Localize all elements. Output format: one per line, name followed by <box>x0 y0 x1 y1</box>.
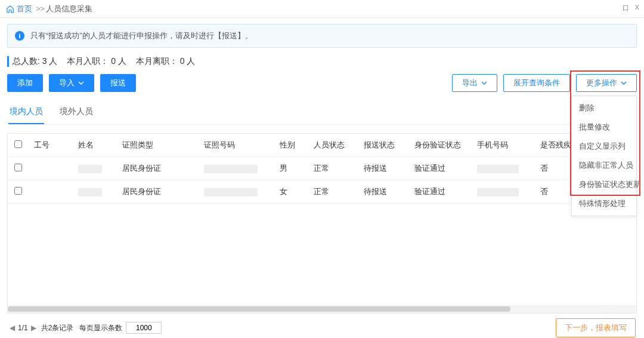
row-checkbox[interactable] <box>14 164 22 171</box>
menu-item-hide-abnormal[interactable]: 隐藏非正常人员 <box>572 156 636 175</box>
cell-name <box>73 157 117 180</box>
menu-item-custom-columns[interactable]: 自定义显示列 <box>572 137 636 156</box>
window-restore-icon[interactable]: 口 <box>623 4 629 13</box>
col-header: 工号 <box>29 134 73 157</box>
expand-filter-label: 展开查询条件 <box>513 78 560 88</box>
info-banner-text: 只有“报送成功”的人员才能进行申报操作，请及时进行【报送】。 <box>30 30 253 41</box>
stats-left-label: 本月离职： <box>136 56 178 66</box>
more-operations-menu: 删除 批量修改 自定义显示列 隐藏非正常人员 身份验证状态更新 特殊情形处理 <box>571 96 637 216</box>
tabs: 境内人员 境外人员 <box>7 102 637 125</box>
expand-filter-button[interactable]: 展开查询条件 <box>503 74 570 92</box>
breadcrumb-current: 人员信息采集 <box>46 4 92 14</box>
col-header: 报送状态 <box>359 134 409 157</box>
export-button-label: 导出 <box>462 78 478 88</box>
col-header: 身份验证状态 <box>410 134 473 157</box>
col-header: 姓名 <box>73 134 117 157</box>
import-button-label: 导入 <box>59 78 75 88</box>
page-size-input[interactable] <box>126 322 162 334</box>
tab-domestic-label: 境内人员 <box>10 106 43 116</box>
cell-id-no <box>199 180 275 204</box>
cell-id-type: 居民身份证 <box>117 157 199 180</box>
redacted-value <box>78 188 102 196</box>
window-close-icon[interactable]: X <box>635 4 639 13</box>
tab-foreign[interactable]: 境外人员 <box>58 102 94 124</box>
col-header: 人员状态 <box>309 134 359 157</box>
add-button[interactable]: 添加 <box>7 74 43 92</box>
table-row[interactable]: 居民身份证 女 正常 待报送 验证通过 否 否 <box>8 180 636 204</box>
submit-button[interactable]: 报送 <box>100 74 136 92</box>
col-header: 证照类型 <box>117 134 199 157</box>
cell-empno <box>29 157 73 180</box>
stats-total-value: 3 人 <box>42 56 58 66</box>
info-banner: i 只有“报送成功”的人员才能进行申报操作，请及时进行【报送】。 <box>7 24 637 48</box>
footer-row: ◀ 1/1 ▶ 共2条记录 每页显示条数 下一步，报表填写 <box>7 314 637 338</box>
redacted-value <box>204 188 258 196</box>
row-checkbox[interactable] <box>14 187 22 195</box>
stats-row: 总人数: 3 人 本月入职： 0 人 本月离职： 0 人 <box>7 56 637 67</box>
page-next-icon[interactable]: ▶ <box>30 323 38 333</box>
table-row[interactable]: 居民身份证 男 正常 待报送 验证通过 否 否 <box>8 157 636 180</box>
cell-id-type: 居民身份证 <box>117 180 199 204</box>
info-icon: i <box>15 31 24 41</box>
scrollbar-thumb[interactable] <box>8 306 510 312</box>
import-button[interactable]: 导入 <box>49 74 94 92</box>
redacted-value <box>477 165 519 173</box>
chevron-down-icon <box>78 79 84 88</box>
cell-empno <box>29 180 73 204</box>
stats-joined-label: 本月入职： <box>67 56 109 66</box>
export-button[interactable]: 导出 <box>452 74 497 92</box>
stats-joined-value: 0 人 <box>111 56 126 66</box>
redacted-value <box>78 165 102 173</box>
breadcrumb-sep: >> <box>36 4 45 13</box>
cell-name <box>73 180 117 204</box>
stats-left-value: 0 人 <box>180 56 196 66</box>
page-size-label: 每页显示条数 <box>79 323 122 333</box>
col-header: 手机号码 <box>472 134 535 157</box>
col-header: 证照号码 <box>199 134 275 157</box>
submit-button-label: 报送 <box>110 78 126 88</box>
menu-item-delete[interactable]: 删除 <box>572 99 636 118</box>
cell-id-no <box>199 157 275 180</box>
cell-status: 正常 <box>309 180 359 204</box>
cell-gender: 女 <box>275 180 309 204</box>
cell-report: 待报送 <box>359 180 409 204</box>
chevron-down-icon <box>621 79 627 88</box>
more-operations-label: 更多操作 <box>586 78 617 88</box>
cell-report: 待报送 <box>359 157 409 180</box>
menu-item-batch-edit[interactable]: 批量修改 <box>572 118 636 137</box>
cell-status: 正常 <box>309 157 359 180</box>
window-controls: 口 X <box>623 4 639 13</box>
tab-domestic[interactable]: 境内人员 <box>8 102 44 124</box>
cell-verify: 验证通过 <box>410 157 473 180</box>
table-header-row: 工号 姓名 证照类型 证照号码 性别 人员状态 报送状态 身份验证状态 手机号码… <box>8 134 636 157</box>
menu-item-special-case[interactable]: 特殊情形处理 <box>572 194 636 213</box>
actions-row: 添加 导入 报送 导出 展开查询条件 更多操作 <box>7 74 637 92</box>
col-header: 性别 <box>275 134 309 157</box>
redacted-value <box>477 188 519 196</box>
breadcrumb-home[interactable]: 首页 <box>17 4 32 14</box>
redacted-value <box>204 165 258 173</box>
stats-total-label: 总人数: <box>13 56 40 66</box>
cell-gender: 男 <box>275 157 309 180</box>
cell-verify: 验证通过 <box>410 180 473 204</box>
cell-phone <box>472 157 535 180</box>
tab-foreign-label: 境外人员 <box>60 106 93 116</box>
select-all-checkbox[interactable] <box>14 140 22 148</box>
add-button-label: 添加 <box>17 78 33 88</box>
table-empty-area <box>8 204 636 305</box>
page-prev-icon[interactable]: ◀ <box>8 323 16 333</box>
next-step-label: 下一步，报表填写 <box>565 323 627 332</box>
record-count: 共2条记录 <box>41 323 74 333</box>
data-table: 工号 姓名 证照类型 证照号码 性别 人员状态 报送状态 身份验证状态 手机号码… <box>7 133 637 305</box>
breadcrumb-bar: 首页 >> 人员信息采集 口 X <box>0 0 644 18</box>
chevron-down-icon <box>481 79 487 88</box>
cell-phone <box>472 180 535 204</box>
menu-item-refresh-verify[interactable]: 身份验证状态更新 <box>572 175 636 194</box>
more-operations-button[interactable]: 更多操作 <box>576 74 637 92</box>
page-position: 1/1 <box>18 324 28 332</box>
next-step-button[interactable]: 下一步，报表填写 <box>556 318 636 337</box>
horizontal-scrollbar[interactable] <box>7 305 637 314</box>
home-icon <box>6 5 14 13</box>
